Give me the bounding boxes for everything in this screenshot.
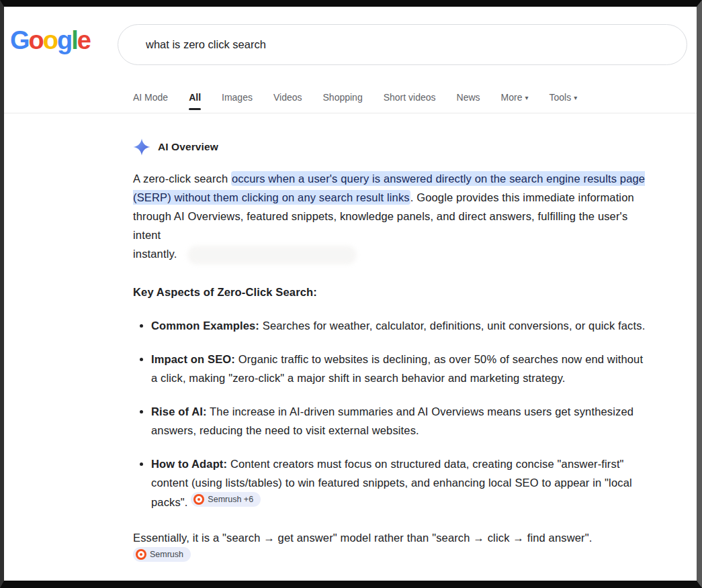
tabs-divider bbox=[4, 113, 697, 113]
tab-label: All bbox=[189, 92, 201, 103]
tab-label: AI Mode bbox=[133, 92, 168, 103]
intro-text: instantly. bbox=[133, 248, 177, 260]
ai-overview-panel: AI Overview A zero-click search occurs w… bbox=[133, 138, 652, 567]
tab-news[interactable]: News bbox=[457, 92, 480, 103]
semrush-icon bbox=[193, 494, 204, 505]
tab-label: Short videos bbox=[384, 92, 436, 103]
bullet-text: The increase in AI-driven summaries and … bbox=[151, 405, 633, 436]
google-search-results-page: Google AI Mode All Images Videos Shoppin… bbox=[0, 0, 702, 588]
ai-overview-header: AI Overview bbox=[133, 138, 652, 156]
bullet-title: Rise of AI: bbox=[151, 405, 207, 418]
logo-letter: g bbox=[57, 26, 71, 54]
bullet-title: Common Examples: bbox=[151, 320, 259, 332]
logo-letter: e bbox=[77, 26, 90, 54]
ai-overview-label: AI Overview bbox=[158, 141, 218, 153]
tab-label: News bbox=[457, 92, 480, 103]
chevron-down-icon: ▾ bbox=[574, 94, 577, 101]
tab-ai-mode[interactable]: AI Mode bbox=[133, 92, 168, 103]
logo-letter: o bbox=[43, 26, 57, 54]
tab-label: Videos bbox=[273, 92, 302, 103]
logo-letter: o bbox=[29, 26, 43, 54]
gemini-sparkle-icon bbox=[133, 138, 150, 156]
overview-closing-paragraph: Essentially, it is a "search → get answe… bbox=[133, 528, 652, 567]
tab-label: More bbox=[501, 92, 523, 103]
citation-chip[interactable]: Semrush bbox=[133, 547, 191, 562]
tab-all[interactable]: All bbox=[189, 92, 201, 103]
list-item: Common Examples: Searches for weather, c… bbox=[151, 316, 652, 335]
bullet-title: How to Adapt: bbox=[151, 458, 227, 470]
citation-label: Semrush +6 bbox=[208, 494, 253, 505]
overview-intro-paragraph: A zero-click search occurs when a user's… bbox=[133, 169, 652, 264]
tab-label: Tools bbox=[549, 92, 571, 103]
tab-label: Images bbox=[222, 92, 253, 103]
citation-chip[interactable]: Semrush +6 bbox=[191, 492, 261, 507]
tab-images[interactable]: Images bbox=[222, 92, 253, 103]
search-bar[interactable] bbox=[118, 24, 687, 65]
logo-letter: l bbox=[71, 26, 77, 54]
tab-short-videos[interactable]: Short videos bbox=[384, 92, 436, 103]
search-input[interactable] bbox=[146, 38, 629, 51]
tab-tools[interactable]: Tools ▾ bbox=[549, 92, 577, 103]
list-item: Rise of AI: The increase in AI-driven su… bbox=[151, 402, 652, 440]
chevron-down-icon: ▾ bbox=[525, 94, 528, 101]
key-aspects-list: Common Examples: Searches for weather, c… bbox=[133, 316, 652, 511]
citation-label: Semrush bbox=[150, 549, 183, 560]
logo-letter: G bbox=[10, 26, 29, 54]
list-item: How to Adapt: Content creators must focu… bbox=[151, 454, 652, 511]
key-aspects-heading: Key Aspects of Zero-Click Search: bbox=[133, 283, 652, 301]
results-tab-bar: AI Mode All Images Videos Shopping Short… bbox=[133, 82, 577, 113]
intro-text: A zero-click search bbox=[133, 173, 231, 185]
tab-videos[interactable]: Videos bbox=[273, 92, 302, 103]
bullet-text: Searches for weather, calculator, defini… bbox=[259, 320, 645, 332]
closing-text: Essentially, it is a "search → get answe… bbox=[133, 532, 592, 544]
tab-shopping[interactable]: Shopping bbox=[323, 92, 363, 103]
bullet-title: Impact on SEO: bbox=[151, 353, 235, 365]
semrush-icon bbox=[136, 549, 146, 560]
tab-more[interactable]: More ▾ bbox=[501, 92, 529, 103]
list-item: Impact on SEO: Organic traffic to websit… bbox=[151, 350, 652, 387]
redacted-citation-chip bbox=[187, 246, 357, 264]
google-logo[interactable]: Google bbox=[10, 27, 90, 54]
tab-label: Shopping bbox=[323, 92, 363, 103]
